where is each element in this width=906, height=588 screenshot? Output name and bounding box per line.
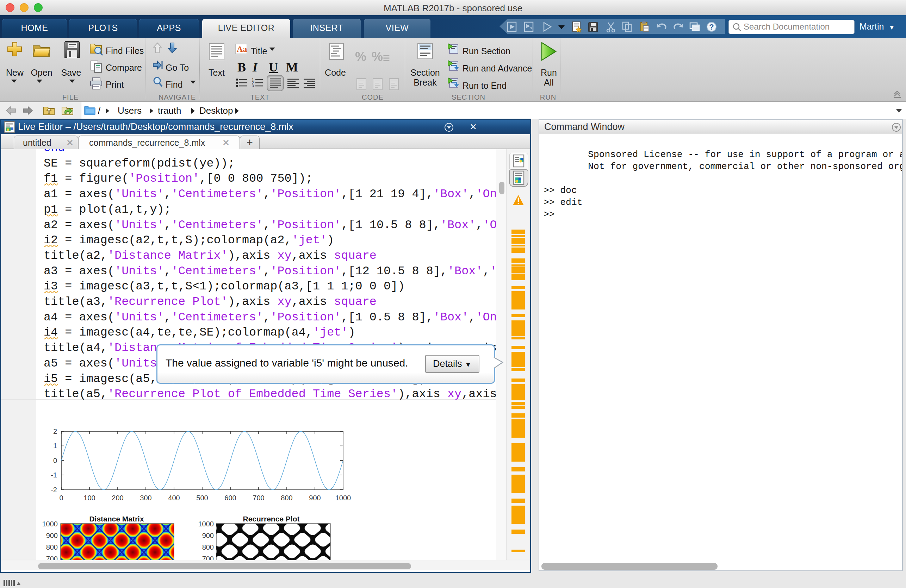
svg-text:0: 0: [53, 457, 57, 464]
svg-text:700: 700: [202, 555, 214, 561]
svg-text:1000: 1000: [198, 520, 214, 528]
svg-text:800: 800: [281, 494, 292, 502]
svg-text:300: 300: [140, 494, 152, 502]
svg-text:2: 2: [53, 427, 57, 435]
svg-text:0: 0: [59, 494, 63, 502]
svg-text:3: 3: [252, 84, 254, 88]
svg-text:Distance Matrix: Distance Matrix: [89, 515, 144, 523]
svg-text:700: 700: [252, 494, 264, 502]
svg-text:800: 800: [202, 543, 214, 551]
svg-text:800: 800: [46, 543, 58, 551]
svg-text:Recurrence Plot: Recurrence Plot: [243, 515, 300, 523]
svg-text:900: 900: [202, 532, 214, 539]
svg-text:200: 200: [112, 494, 123, 502]
svg-text:500: 500: [196, 494, 208, 502]
svg-text:900: 900: [46, 532, 58, 539]
svg-text:1000: 1000: [42, 520, 58, 528]
svg-text:?: ?: [709, 22, 714, 31]
svg-text:1000: 1000: [335, 494, 351, 502]
svg-text:400: 400: [168, 494, 180, 502]
svg-text:-2: -2: [51, 486, 57, 494]
svg-text:600: 600: [224, 494, 236, 502]
svg-text:-1: -1: [51, 471, 57, 479]
svg-text:1: 1: [53, 442, 57, 449]
svg-text:900: 900: [309, 494, 321, 502]
svg-text:100: 100: [83, 494, 95, 502]
svg-text:700: 700: [46, 555, 58, 561]
svg-text:Aa: Aa: [237, 45, 247, 54]
